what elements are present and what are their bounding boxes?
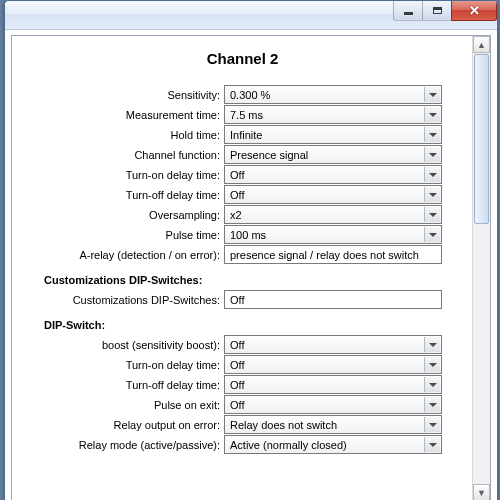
scroll-up-button[interactable]: ▲ <box>473 36 490 53</box>
close-button[interactable]: ✕ <box>451 1 497 21</box>
value-pulse-time: 100 ms <box>230 229 266 241</box>
chevron-down-icon <box>424 127 440 142</box>
select-meas-time[interactable]: 7.5 ms <box>224 105 442 124</box>
select-relay-err[interactable]: Relay does not switch <box>224 415 442 434</box>
value-pulse-exit: Off <box>230 399 244 411</box>
label-custom-dip: Customizations DIP-Switches: <box>20 294 224 306</box>
value-boost: Off <box>230 339 244 351</box>
value-arelay: presence signal / relay does not switch <box>230 249 419 261</box>
close-icon: ✕ <box>469 4 480 17</box>
chevron-down-icon <box>424 397 440 412</box>
value-dip-turnon: Off <box>230 359 244 371</box>
label-relay-err: Relay output on error: <box>20 419 224 431</box>
value-turnon-delay: Off <box>230 169 244 181</box>
window-controls: ✕ <box>394 1 497 21</box>
select-pulse-exit[interactable]: Off <box>224 395 442 414</box>
select-relay-mode[interactable]: Active (normally closed) <box>224 435 442 454</box>
window-frame: ✕ Channel 2 Sensitivity: 0.300 % Measure… <box>4 0 498 500</box>
row-oversampling: Oversampling: x2 <box>20 205 465 224</box>
label-oversampling: Oversampling: <box>20 209 224 221</box>
scroll-down-button[interactable]: ▼ <box>473 484 490 500</box>
vertical-scrollbar[interactable]: ▲ ▼ <box>472 36 490 500</box>
select-chan-func[interactable]: Presence signal <box>224 145 442 164</box>
maximize-button[interactable] <box>422 1 452 21</box>
label-sensitivity: Sensitivity: <box>20 89 224 101</box>
value-dip-turnoff: Off <box>230 379 244 391</box>
row-arelay: A-relay (detection / on error): presence… <box>20 245 465 264</box>
row-chan-func: Channel function: Presence signal <box>20 145 465 164</box>
select-pulse-time[interactable]: 100 ms <box>224 225 442 244</box>
label-relay-mode: Relay mode (active/passive): <box>20 439 224 451</box>
label-turnoff-delay: Turn-off delay time: <box>20 189 224 201</box>
select-turnon-delay[interactable]: Off <box>224 165 442 184</box>
chevron-down-icon <box>424 87 440 102</box>
select-oversampling[interactable]: x2 <box>224 205 442 224</box>
chevron-down-icon <box>424 417 440 432</box>
page-title: Channel 2 <box>20 50 465 67</box>
label-meas-time: Measurement time: <box>20 109 224 121</box>
row-boost: boost (sensitivity boost): Off <box>20 335 465 354</box>
titlebar[interactable]: ✕ <box>5 1 497 30</box>
value-relay-mode: Active (normally closed) <box>230 439 347 451</box>
value-oversampling: x2 <box>230 209 242 221</box>
select-turnoff-delay[interactable]: Off <box>224 185 442 204</box>
select-sensitivity[interactable]: 0.300 % <box>224 85 442 104</box>
label-pulse-exit: Pulse on exit: <box>20 399 224 411</box>
scroll-thumb[interactable] <box>474 54 489 224</box>
row-pulse-time: Pulse time: 100 ms <box>20 225 465 244</box>
chevron-down-icon <box>424 107 440 122</box>
label-arelay: A-relay (detection / on error): <box>20 249 224 261</box>
section-dip-switch: DIP-Switch: <box>44 319 465 331</box>
label-dip-turnon: Turn-on delay time: <box>20 359 224 371</box>
chevron-down-icon <box>424 227 440 242</box>
field-arelay: presence signal / relay does not switch <box>224 245 442 264</box>
row-dip-turnoff: Turn-off delay time: Off <box>20 375 465 394</box>
chevron-down-icon <box>424 187 440 202</box>
value-custom-dip: Off <box>230 294 244 306</box>
field-custom-dip: Off <box>224 290 442 309</box>
section-customizations: Customizations DIP-Switches: <box>44 274 465 286</box>
select-dip-turnoff[interactable]: Off <box>224 375 442 394</box>
chevron-down-icon <box>424 357 440 372</box>
row-sensitivity: Sensitivity: 0.300 % <box>20 85 465 104</box>
client-area: Channel 2 Sensitivity: 0.300 % Measureme… <box>11 35 491 500</box>
row-turnoff-delay: Turn-off delay time: Off <box>20 185 465 204</box>
value-chan-func: Presence signal <box>230 149 308 161</box>
chevron-down-icon <box>424 337 440 352</box>
minimize-button[interactable] <box>393 1 423 21</box>
row-dip-turnon: Turn-on delay time: Off <box>20 355 465 374</box>
row-relay-mode: Relay mode (active/passive): Active (nor… <box>20 435 465 454</box>
maximize-icon <box>433 7 442 14</box>
value-turnoff-delay: Off <box>230 189 244 201</box>
value-sensitivity: 0.300 % <box>230 89 270 101</box>
chevron-down-icon <box>424 207 440 222</box>
row-custom-dip: Customizations DIP-Switches: Off <box>20 290 465 309</box>
label-dip-turnoff: Turn-off delay time: <box>20 379 224 391</box>
content: Channel 2 Sensitivity: 0.300 % Measureme… <box>20 42 465 500</box>
row-relay-err: Relay output on error: Relay does not sw… <box>20 415 465 434</box>
chevron-down-icon <box>424 377 440 392</box>
value-relay-err: Relay does not switch <box>230 419 337 431</box>
label-pulse-time: Pulse time: <box>20 229 224 241</box>
label-chan-func: Channel function: <box>20 149 224 161</box>
select-boost[interactable]: Off <box>224 335 442 354</box>
label-hold-time: Hold time: <box>20 129 224 141</box>
minimize-icon <box>404 12 413 15</box>
label-turnon-delay: Turn-on delay time: <box>20 169 224 181</box>
value-meas-time: 7.5 ms <box>230 109 263 121</box>
row-pulse-exit: Pulse on exit: Off <box>20 395 465 414</box>
select-hold-time[interactable]: Infinite <box>224 125 442 144</box>
row-hold-time: Hold time: Infinite <box>20 125 465 144</box>
select-dip-turnon[interactable]: Off <box>224 355 442 374</box>
row-turnon-delay: Turn-on delay time: Off <box>20 165 465 184</box>
value-hold-time: Infinite <box>230 129 262 141</box>
chevron-down-icon <box>424 147 440 162</box>
chevron-down-icon <box>424 167 440 182</box>
row-meas-time: Measurement time: 7.5 ms <box>20 105 465 124</box>
chevron-down-icon <box>424 437 440 452</box>
label-boost: boost (sensitivity boost): <box>20 339 224 351</box>
